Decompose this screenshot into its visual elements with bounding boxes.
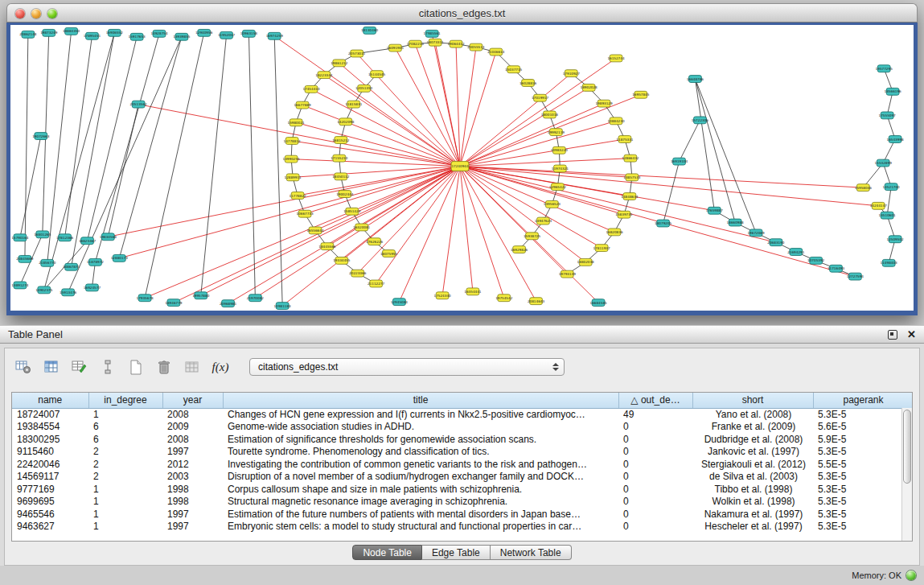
graph-node[interactable]: 16929826 xyxy=(511,246,528,253)
graph-node[interactable]: 17019917 xyxy=(532,94,549,101)
graph-node[interactable]: 17812366 xyxy=(56,234,74,241)
graph-node[interactable]: 17910927 xyxy=(563,70,581,77)
column-header-5[interactable]: short xyxy=(692,393,813,408)
graph-node[interactable]: 12880173 xyxy=(111,254,129,262)
graph-node[interactable]: 20513562 xyxy=(130,101,148,108)
graph-node[interactable]: 18884350 xyxy=(63,27,80,35)
graph-node[interactable]: 19072663 xyxy=(32,133,50,140)
graph-node[interactable]: 15037715 xyxy=(505,66,523,73)
graph-node[interactable]: 16801265 xyxy=(34,231,51,238)
graph-node[interactable]: 16924577 xyxy=(84,284,101,291)
graph-node[interactable]: 17155210 xyxy=(331,154,348,162)
graph-node[interactable]: 19754542 xyxy=(495,295,513,302)
graph-node[interactable]: 18073311 xyxy=(427,39,445,46)
table-row[interactable]: 2242004622012Investigating the contribut… xyxy=(12,458,913,471)
table-row[interactable]: 969969511998Structural magnetic resonanc… xyxy=(12,496,913,509)
graph-node[interactable]: 10981183 xyxy=(274,303,292,310)
graph-node[interactable]: 20683190 xyxy=(767,239,785,246)
graph-node[interactable]: 18823467 xyxy=(79,237,97,245)
graph-node[interactable]: 13857533 xyxy=(623,174,641,181)
column-header-3[interactable]: title xyxy=(223,393,618,408)
graph-node[interactable]: 14521700 xyxy=(883,183,901,191)
graph-node[interactable]: 16815212 xyxy=(332,137,350,144)
graph-node[interactable]: 12965422 xyxy=(549,183,567,191)
column-header-4[interactable]: △ out_de… xyxy=(618,393,692,408)
graph-node[interactable]: 18450112 xyxy=(332,173,350,180)
graph-node[interactable]: 19002444 xyxy=(336,191,354,198)
graph-node[interactable]: 16556644 xyxy=(306,227,324,234)
graph-node[interactable]: 16906552 xyxy=(106,29,124,36)
graph-node[interactable]: 10983220 xyxy=(551,146,569,154)
graph-node[interactable]: 21694291 xyxy=(787,249,805,256)
graph-node[interactable]: 13510601 xyxy=(879,212,897,219)
graph-node[interactable]: 12945084 xyxy=(391,299,409,306)
graph-node[interactable]: 11878972 xyxy=(87,258,105,266)
table-row[interactable]: 911546021997Tourette syndrome. Phenomeno… xyxy=(12,446,913,459)
graph-node[interactable]: 18946779 xyxy=(165,299,183,307)
graph-node[interactable]: 11778822 xyxy=(290,192,307,200)
graph-node[interactable]: 20968981 xyxy=(220,300,237,307)
graph-node[interactable]: 11815831 xyxy=(345,101,363,108)
graph-node[interactable]: 15722306 xyxy=(692,117,709,124)
graph-node[interactable]: 15839735 xyxy=(615,211,633,218)
graph-node[interactable]: 19793139 xyxy=(559,270,577,278)
graph-node[interactable]: 18075955 xyxy=(380,250,398,257)
graph-node[interactable]: 12889911 xyxy=(285,174,302,181)
graph-node[interactable]: 16354441 xyxy=(464,288,482,295)
graph-node[interactable]: 21112277 xyxy=(368,280,385,287)
graph-node[interactable]: 16820836 xyxy=(606,229,623,236)
graph-node[interactable]: 16957845 xyxy=(632,91,650,98)
graph-node[interactable]: 16677889 xyxy=(294,101,311,109)
graph-node[interactable]: 20814643 xyxy=(528,298,545,305)
graph-node[interactable]: 14202098 xyxy=(337,118,355,126)
graph-node[interactable]: 17555097 xyxy=(879,112,897,119)
zoom-window-button[interactable] xyxy=(47,9,57,19)
edit-table-icon[interactable] xyxy=(69,356,90,377)
graph-node[interactable]: 15913476 xyxy=(60,289,77,296)
column-header-0[interactable]: name xyxy=(12,393,88,408)
graph-node[interactable]: 18660988 xyxy=(727,219,745,226)
graph-node[interactable]: 17935678 xyxy=(137,295,154,302)
graph-node[interactable]: 15938725 xyxy=(524,233,541,240)
graph-node[interactable]: 14244147 xyxy=(870,202,888,209)
graph-node[interactable]: 21970082 xyxy=(247,295,265,302)
graph-node[interactable]: 17659887 xyxy=(706,207,724,214)
tab-node-table[interactable]: Node Table xyxy=(352,545,422,560)
import-table-icon[interactable] xyxy=(182,356,203,377)
tab-edge-table[interactable]: Edge Table xyxy=(422,545,491,560)
memory-indicator[interactable] xyxy=(906,571,916,580)
graph-node[interactable]: 11498403 xyxy=(881,259,898,266)
graph-node[interactable]: 19957880 xyxy=(192,292,210,299)
graph-node[interactable]: 12727594 xyxy=(847,273,864,280)
table-panel-header[interactable]: Table Panel ✕ xyxy=(0,325,924,344)
column-header-1[interactable]: in_degree xyxy=(88,393,162,408)
graph-node[interactable]: 15144545 xyxy=(368,71,386,78)
table-row[interactable]: 946554611997Estimation of the future num… xyxy=(12,508,913,521)
graph-node[interactable]: 19893129 xyxy=(595,100,613,107)
graph-node[interactable]: 12940956 xyxy=(195,29,213,36)
graph-node[interactable]: 20845669 xyxy=(16,255,34,262)
show-columns-icon[interactable] xyxy=(41,356,62,377)
close-panel-icon[interactable]: ✕ xyxy=(907,330,916,340)
table-row[interactable]: 946362711997Embryonic stem cells: a mode… xyxy=(12,521,913,534)
graph-node[interactable]: 19861212 xyxy=(331,60,348,67)
graph-node[interactable]: 16028816 xyxy=(519,80,537,87)
graph-node[interactable]: 18566196 xyxy=(885,88,902,95)
network-canvas[interactable]: 1724094415144545120513501181583114202098… xyxy=(6,23,918,315)
graph-node[interactable]: 19834568 xyxy=(100,233,117,241)
graph-node[interactable]: 17082210 xyxy=(407,40,425,47)
table-row[interactable]: 977716911998Corpus callosum shape and si… xyxy=(12,483,913,496)
graph-node[interactable]: 16648786 xyxy=(687,76,704,83)
network-window-titlebar[interactable]: citations_edges.txt xyxy=(6,3,918,23)
table-row[interactable]: 1872400712008Changes of HCN gene express… xyxy=(12,408,913,421)
graph-node[interactable]: 18902028 xyxy=(581,84,598,91)
graph-node[interactable]: 21856770 xyxy=(39,259,56,266)
graph-node[interactable]: 16152744 xyxy=(607,55,625,62)
graph-node[interactable]: 12051350 xyxy=(355,84,373,92)
graph-node[interactable]: 19873249 xyxy=(40,29,58,36)
graph-node[interactable]: 12866432 xyxy=(622,154,639,162)
graph-node[interactable]: 15958046 xyxy=(855,184,873,192)
graph-node[interactable]: 18079205 xyxy=(655,220,672,227)
graph-node[interactable]: 10963158 xyxy=(240,30,258,37)
minimize-window-button[interactable] xyxy=(31,9,41,19)
